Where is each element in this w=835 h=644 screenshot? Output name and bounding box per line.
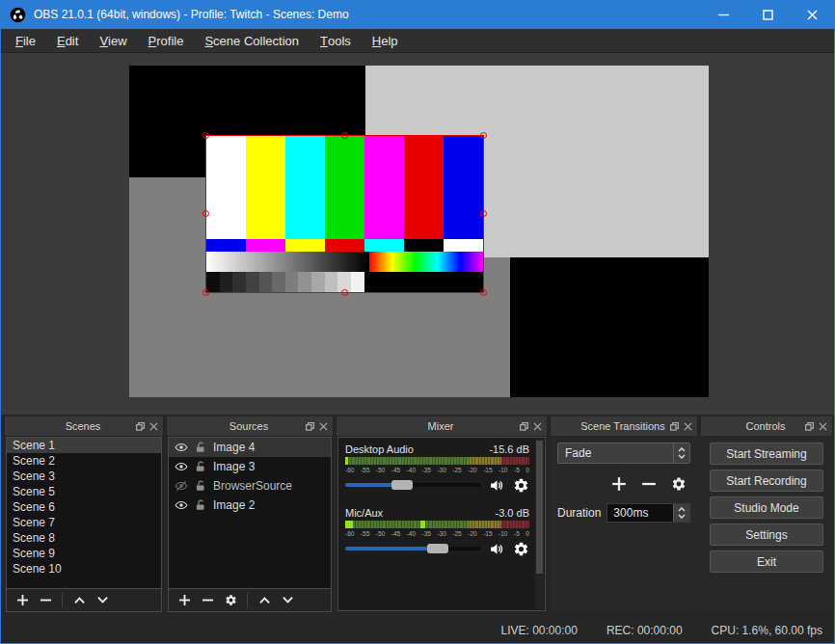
scene-list-item[interactable]: Scene 5 (7, 484, 161, 499)
scene-canvas[interactable] (129, 66, 709, 397)
visible-eye-icon[interactable] (175, 441, 188, 454)
visible-eye-icon[interactable] (175, 460, 188, 473)
resize-handle-top-left[interactable] (202, 132, 209, 139)
source-list-item[interactable]: Image 3 (169, 457, 331, 476)
scene-list-item[interactable]: Scene 1 (7, 438, 161, 453)
scene-list-item[interactable]: Scene 7 (7, 515, 161, 530)
source-name: Image 4 (213, 441, 255, 454)
start-recording-button[interactable]: Start Recording (710, 470, 823, 492)
move-source-up-button[interactable] (255, 591, 274, 610)
start-streaming-button[interactable]: Start Streaming (710, 443, 823, 465)
studio-mode-button[interactable]: Studio Mode (710, 496, 823, 519)
scene-list-item[interactable]: Scene 6 (7, 499, 161, 515)
duration-label: Duration (557, 506, 601, 520)
resize-handle-bottom-left[interactable] (202, 289, 209, 296)
settings-button[interactable]: Settings (710, 523, 823, 546)
scene-list: Scene 1Scene 2Scene 3Scene 5Scene 6Scene… (6, 437, 162, 589)
close-dock-icon[interactable] (149, 422, 158, 431)
source-list-item[interactable]: Image 4 (169, 438, 331, 457)
transitions-dock-titlebar: Scene Transitions (551, 416, 697, 436)
scenes-dock: Scenes Scene 1Scene 2Scene 3Scene 5Scene… (5, 416, 163, 612)
unlock-icon[interactable] (194, 498, 207, 512)
source-list-item[interactable]: Image 2 (169, 496, 331, 515)
close-dock-icon[interactable] (319, 422, 328, 431)
float-dock-icon[interactable] (670, 422, 679, 431)
menu-item-edit[interactable]: Edit (46, 29, 89, 52)
resize-handle-mid-left[interactable] (202, 210, 209, 217)
transition-select[interactable]: Fade (557, 443, 690, 464)
remove-scene-button[interactable] (36, 591, 55, 610)
add-scene-button[interactable] (13, 591, 32, 610)
resize-handle-mid-right[interactable] (480, 210, 487, 217)
controls-dock: Controls Start StreamingStart RecordingS… (701, 416, 832, 612)
scene-list-item[interactable]: Scene 10 (7, 561, 161, 577)
mixer-dock-titlebar: Mixer (337, 416, 547, 436)
exit-button[interactable]: Exit (710, 550, 823, 573)
scene-list-item[interactable]: Scene 8 (7, 530, 161, 546)
volume-slider-handle[interactable] (391, 480, 413, 490)
menu-item-profile[interactable]: Profile (138, 29, 195, 52)
transition-properties-button[interactable] (669, 474, 688, 494)
transition-select-arrows[interactable] (673, 443, 689, 463)
volume-slider-handle[interactable] (427, 544, 448, 553)
channel-settings-gear-icon[interactable] (513, 477, 529, 494)
volume-slider[interactable] (345, 547, 481, 550)
close-dock-icon[interactable] (533, 422, 542, 431)
visible-eye-icon[interactable] (175, 498, 188, 512)
scene-list-item[interactable]: Scene 9 (7, 546, 161, 561)
unlock-icon[interactable] (194, 460, 207, 473)
volume-slider[interactable] (345, 483, 481, 487)
move-scene-down-button[interactable] (93, 591, 112, 610)
source-list-item[interactable]: BrowserSource (169, 476, 331, 496)
source-properties-button[interactable] (221, 591, 240, 610)
hidden-eye-icon[interactable] (175, 479, 188, 493)
channel-settings-gear-icon[interactable] (513, 541, 529, 557)
menu-item-tools[interactable]: Tools (310, 29, 362, 52)
channel-name: Desktop Audio (345, 443, 414, 455)
resize-handle-top-center[interactable] (341, 132, 348, 139)
close-dock-icon[interactable] (819, 422, 827, 431)
menu-item-help[interactable]: Help (362, 29, 409, 52)
maximize-button[interactable] (745, 0, 790, 29)
scene-list-item[interactable]: Scene 3 (7, 469, 161, 484)
float-dock-icon[interactable] (805, 422, 814, 431)
mute-speaker-icon[interactable] (489, 477, 505, 494)
rec-time: REC: 00:00:00 (606, 624, 683, 637)
mixer-dock-title: Mixer (337, 420, 520, 432)
unlock-icon[interactable] (194, 441, 207, 454)
unlock-icon[interactable] (194, 479, 207, 493)
scene-list-item[interactable]: Scene 2 (7, 453, 161, 469)
controls-dock-titlebar: Controls (701, 416, 832, 436)
remove-transition-button[interactable] (639, 474, 659, 494)
close-dock-icon[interactable] (684, 422, 692, 431)
add-source-button[interactable] (175, 591, 194, 610)
float-dock-icon[interactable] (136, 422, 145, 431)
meter-scale: -60-55-50-45-40-35-30-25-20-15-10-50 (345, 465, 529, 473)
mute-speaker-icon[interactable] (489, 541, 505, 557)
resize-handle-bottom-right[interactable] (480, 289, 487, 296)
selected-source-image[interactable] (206, 136, 483, 292)
menu-item-scene-collection[interactable]: Scene Collection (194, 29, 310, 52)
float-dock-icon[interactable] (306, 422, 314, 431)
move-source-down-button[interactable] (278, 591, 297, 610)
remove-source-button[interactable] (198, 591, 217, 610)
resize-handle-bottom-center[interactable] (341, 289, 348, 296)
minimize-button[interactable] (701, 0, 745, 29)
mixer-scrollbar[interactable] (535, 439, 544, 609)
scene-rect-black-bottomright (510, 257, 709, 397)
sources-toolbar (168, 589, 332, 612)
menu-item-view[interactable]: View (89, 29, 137, 52)
float-dock-icon[interactable] (520, 422, 528, 431)
sources-dock-title: Sources (167, 420, 306, 432)
add-transition-button[interactable] (609, 474, 629, 494)
sources-dock-titlebar: Sources (167, 416, 333, 436)
close-button[interactable] (790, 0, 834, 29)
duration-spinbox[interactable]: 300ms (606, 503, 690, 523)
obs-window: OBS 21.0.1 (64bit, windows) - Profile: T… (0, 0, 835, 644)
menu-item-file[interactable]: File (5, 29, 46, 52)
source-list: Image 4Image 3BrowserSourceImage 2 (168, 437, 332, 589)
duration-spin-arrows[interactable] (673, 504, 689, 522)
resize-handle-top-right[interactable] (480, 132, 487, 139)
move-scene-up-button[interactable] (69, 591, 89, 610)
dock-area: Scenes Scene 1Scene 2Scene 3Scene 5Scene… (1, 415, 834, 617)
